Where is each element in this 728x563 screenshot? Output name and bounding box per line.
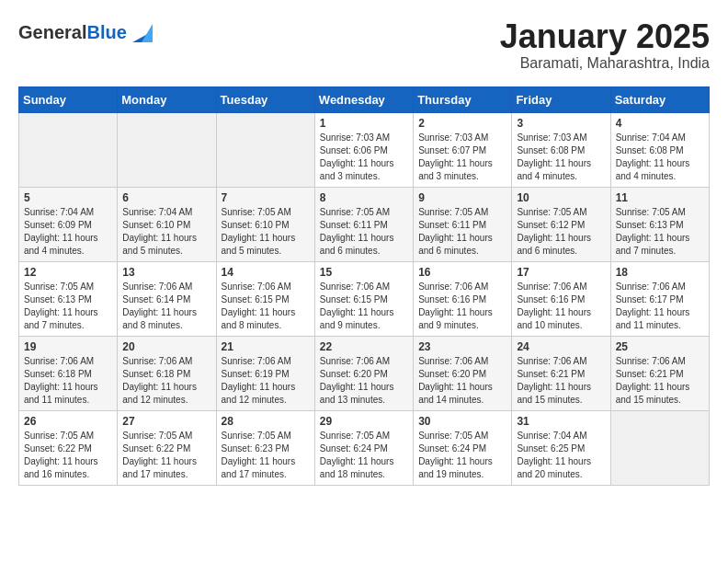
cell-content: Sunrise: 7:04 AM Sunset: 6:09 PM Dayligh… [24,206,112,258]
day-number: 23 [418,340,506,353]
cell-content: Sunrise: 7:05 AM Sunset: 6:24 PM Dayligh… [320,430,408,481]
cell-content: Sunrise: 7:05 AM Sunset: 6:23 PM Dayligh… [222,430,310,481]
calendar-cell: 15Sunrise: 7:06 AM Sunset: 6:15 PM Dayli… [314,261,413,336]
svg-marker-1 [142,24,153,42]
cell-content: Sunrise: 7:04 AM Sunset: 6:10 PM Dayligh… [122,206,210,258]
calendar-cell [118,112,216,187]
calendar-cell: 29Sunrise: 7:05 AM Sunset: 6:24 PM Dayli… [314,410,413,485]
calendar-cell: 19Sunrise: 7:06 AM Sunset: 6:18 PM Dayli… [19,336,118,410]
day-header: Saturday [610,86,709,112]
calendar-cell: 16Sunrise: 7:06 AM Sunset: 6:16 PM Dayli… [414,261,512,336]
day-number: 24 [517,340,605,353]
day-header: Friday [512,86,610,112]
day-number: 17 [517,266,605,279]
cell-content: Sunrise: 7:03 AM Sunset: 6:08 PM Dayligh… [517,132,605,183]
cell-content: Sunrise: 7:05 AM Sunset: 6:10 PM Dayligh… [222,206,310,258]
day-number: 6 [122,191,210,204]
calendar-cell: 20Sunrise: 7:06 AM Sunset: 6:18 PM Dayli… [118,336,216,410]
calendar-cell: 9Sunrise: 7:05 AM Sunset: 6:11 PM Daylig… [414,187,512,261]
day-number: 30 [418,415,506,428]
title-block: January 2025 Baramati, Maharashtra, Indi… [500,18,710,72]
cell-content: Sunrise: 7:05 AM Sunset: 6:11 PM Dayligh… [418,206,506,258]
calendar-week-row: 1Sunrise: 7:03 AM Sunset: 6:06 PM Daylig… [19,112,710,187]
logo-icon [129,18,156,46]
month-title: January 2025 [500,18,710,55]
day-number: 15 [320,266,408,279]
calendar-cell: 21Sunrise: 7:06 AM Sunset: 6:19 PM Dayli… [216,336,314,410]
cell-content: Sunrise: 7:06 AM Sunset: 6:18 PM Dayligh… [24,355,112,407]
day-number: 18 [616,266,704,279]
cell-content: Sunrise: 7:05 AM Sunset: 6:24 PM Dayligh… [418,430,506,481]
calendar-cell: 24Sunrise: 7:06 AM Sunset: 6:21 PM Dayli… [512,336,610,410]
cell-content: Sunrise: 7:06 AM Sunset: 6:16 PM Dayligh… [517,281,605,332]
calendar-cell: 2Sunrise: 7:03 AM Sunset: 6:07 PM Daylig… [414,112,512,187]
day-number: 16 [418,266,506,279]
calendar-week-row: 5Sunrise: 7:04 AM Sunset: 6:09 PM Daylig… [19,187,710,261]
header: GeneralBlue January 2025 Baramati, Mahar… [18,18,710,72]
calendar-cell: 5Sunrise: 7:04 AM Sunset: 6:09 PM Daylig… [19,187,118,261]
calendar-cell: 12Sunrise: 7:05 AM Sunset: 6:13 PM Dayli… [19,261,118,336]
calendar-cell: 31Sunrise: 7:04 AM Sunset: 6:25 PM Dayli… [512,410,610,485]
calendar-week-row: 12Sunrise: 7:05 AM Sunset: 6:13 PM Dayli… [19,261,710,336]
cell-content: Sunrise: 7:06 AM Sunset: 6:17 PM Dayligh… [616,281,704,332]
calendar-cell [610,410,709,485]
location-title: Baramati, Maharashtra, India [500,55,710,72]
logo-general-text: General [18,22,86,42]
day-number: 2 [418,117,506,130]
calendar-body: 1Sunrise: 7:03 AM Sunset: 6:06 PM Daylig… [19,112,710,485]
day-number: 31 [517,415,605,428]
day-number: 20 [122,340,210,353]
cell-content: Sunrise: 7:06 AM Sunset: 6:19 PM Dayligh… [222,355,310,407]
day-number: 5 [24,191,112,204]
day-number: 29 [320,415,408,428]
cell-content: Sunrise: 7:04 AM Sunset: 6:08 PM Dayligh… [616,132,704,183]
cell-content: Sunrise: 7:03 AM Sunset: 6:07 PM Dayligh… [418,132,506,183]
day-number: 27 [122,415,210,428]
calendar-cell: 22Sunrise: 7:06 AM Sunset: 6:20 PM Dayli… [314,336,413,410]
day-number: 3 [517,117,605,130]
cell-content: Sunrise: 7:06 AM Sunset: 6:18 PM Dayligh… [122,355,210,407]
calendar-cell: 8Sunrise: 7:05 AM Sunset: 6:11 PM Daylig… [314,187,413,261]
cell-content: Sunrise: 7:06 AM Sunset: 6:16 PM Dayligh… [418,281,506,332]
day-number: 19 [24,340,112,353]
day-number: 12 [24,266,112,279]
cell-content: Sunrise: 7:06 AM Sunset: 6:15 PM Dayligh… [222,281,310,332]
calendar-cell: 27Sunrise: 7:05 AM Sunset: 6:22 PM Dayli… [118,410,216,485]
cell-content: Sunrise: 7:05 AM Sunset: 6:22 PM Dayligh… [24,430,112,481]
calendar-cell: 18Sunrise: 7:06 AM Sunset: 6:17 PM Dayli… [610,261,709,336]
day-number: 9 [418,191,506,204]
day-number: 22 [320,340,408,353]
calendar-cell: 23Sunrise: 7:06 AM Sunset: 6:20 PM Dayli… [414,336,512,410]
calendar-cell [19,112,118,187]
calendar-cell: 6Sunrise: 7:04 AM Sunset: 6:10 PM Daylig… [118,187,216,261]
day-number: 14 [222,266,310,279]
day-header: Tuesday [216,86,314,112]
cell-content: Sunrise: 7:06 AM Sunset: 6:20 PM Dayligh… [418,355,506,407]
cell-content: Sunrise: 7:05 AM Sunset: 6:11 PM Dayligh… [320,206,408,258]
day-headers-row: SundayMondayTuesdayWednesdayThursdayFrid… [19,86,710,112]
day-number: 7 [222,191,310,204]
day-header: Wednesday [314,86,413,112]
day-header: Thursday [414,86,512,112]
day-number: 11 [616,191,704,204]
day-number: 28 [222,415,310,428]
day-number: 4 [616,117,704,130]
calendar: SundayMondayTuesdayWednesdayThursdayFrid… [18,86,710,486]
calendar-cell: 13Sunrise: 7:06 AM Sunset: 6:14 PM Dayli… [118,261,216,336]
calendar-cell: 14Sunrise: 7:06 AM Sunset: 6:15 PM Dayli… [216,261,314,336]
day-header: Sunday [19,86,118,112]
calendar-week-row: 26Sunrise: 7:05 AM Sunset: 6:22 PM Dayli… [19,410,710,485]
cell-content: Sunrise: 7:05 AM Sunset: 6:13 PM Dayligh… [24,281,112,332]
cell-content: Sunrise: 7:05 AM Sunset: 6:12 PM Dayligh… [517,206,605,258]
calendar-cell: 11Sunrise: 7:05 AM Sunset: 6:13 PM Dayli… [610,187,709,261]
logo-blue-text: Blue [86,22,126,42]
calendar-cell: 30Sunrise: 7:05 AM Sunset: 6:24 PM Dayli… [414,410,512,485]
calendar-cell: 25Sunrise: 7:06 AM Sunset: 6:21 PM Dayli… [610,336,709,410]
logo: GeneralBlue [18,18,156,46]
day-number: 26 [24,415,112,428]
calendar-cell [216,112,314,187]
cell-content: Sunrise: 7:05 AM Sunset: 6:13 PM Dayligh… [616,206,704,258]
day-number: 21 [222,340,310,353]
cell-content: Sunrise: 7:06 AM Sunset: 6:14 PM Dayligh… [122,281,210,332]
cell-content: Sunrise: 7:06 AM Sunset: 6:21 PM Dayligh… [517,355,605,407]
